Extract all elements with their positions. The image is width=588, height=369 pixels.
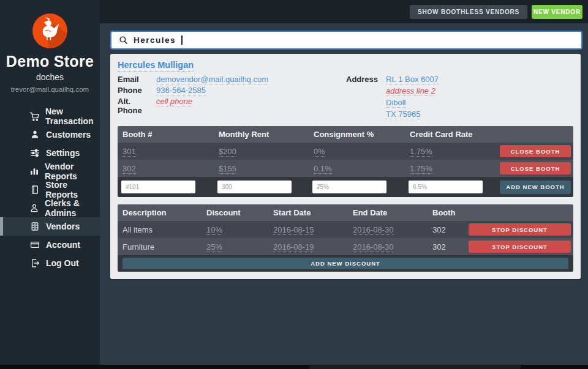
- search-icon: [119, 35, 128, 45]
- booth-table-header: Booth # Monthly Rent Consignment % Credi…: [118, 126, 573, 143]
- sidebar-item-new-transaction[interactable]: New Transaction: [0, 107, 100, 125]
- discount-start-date[interactable]: 2016-08-15: [273, 225, 314, 235]
- new-booth-rent-input[interactable]: [217, 181, 292, 193]
- sidebar-nav: New Transaction Customers Settings: [0, 107, 100, 272]
- sidebar-item-store-reports[interactable]: Store Reports: [0, 181, 100, 199]
- booth-row: 301 $200 0% 1.75% CLOSE BOOTH: [118, 143, 573, 160]
- credit-card-icon: [29, 239, 40, 250]
- user-email: trevor@mail.quailhq.com: [0, 86, 100, 93]
- vendor-address-fields: Address Rt. 1 Box 6007 address line 2 Di…: [346, 75, 439, 119]
- app-window: SHOW BOOTHLESS VENDORS NEW VENDOR Hercul…: [0, 0, 588, 369]
- sidebar-item-clerks-admins[interactable]: Clerks & Admins: [0, 199, 100, 217]
- new-booth-number-input[interactable]: [121, 181, 195, 193]
- email-label: Email: [118, 75, 156, 84]
- monthly-rent-value[interactable]: $155: [219, 164, 236, 174]
- bar-chart-icon: [29, 166, 39, 177]
- stop-discount-button[interactable]: STOP DISCOUNT: [469, 223, 571, 236]
- cabinet-icon: [29, 221, 40, 232]
- sidebar-item-label: New Transaction: [45, 106, 100, 126]
- sidebar-item-label: Settings: [46, 148, 80, 158]
- discount-table: Description Discount Start Date End Date…: [118, 204, 573, 272]
- booth-number-value[interactable]: 301: [123, 147, 136, 157]
- show-boothless-vendors-button[interactable]: SHOW BOOTHLESS VENDORS: [410, 5, 527, 19]
- vendor-search-box[interactable]: Hercules: [110, 31, 582, 50]
- sidebar-item-label: Vendor Reports: [45, 162, 100, 181]
- close-booth-button[interactable]: CLOSE BOOTH: [500, 145, 571, 157]
- bottom-edge-strip: [0, 365, 588, 369]
- alt-phone-label: Alt. Phone: [118, 97, 156, 115]
- vendor-card: Hercules Mulligan Email demovendor@mail.…: [110, 54, 581, 279]
- address-line2[interactable]: address line 2: [386, 86, 435, 96]
- col-end-date: End Date: [348, 208, 428, 217]
- col-description: Description: [118, 208, 202, 217]
- discount-percent-value[interactable]: 10%: [206, 225, 222, 235]
- cc-rate-value[interactable]: 1.75%: [410, 147, 432, 157]
- store-slug: doches: [0, 72, 100, 82]
- sidebar-item-label: Account: [46, 240, 80, 250]
- add-booth-row: ADD NEW BOOTH: [118, 177, 573, 197]
- cc-rate-value[interactable]: 1.75%: [410, 164, 432, 174]
- customer-icon: [29, 129, 40, 140]
- address-state-zip[interactable]: TX 75965: [386, 110, 420, 119]
- booth-table: Booth # Monthly Rent Consignment % Credi…: [118, 126, 573, 197]
- discount-percent-value[interactable]: 25%: [206, 242, 222, 252]
- consignment-value[interactable]: 0.1%: [314, 164, 332, 174]
- address-label: Address: [346, 75, 386, 119]
- discount-booth: 302: [428, 242, 469, 252]
- discount-row: Furniture 25% 2016-08-19 2016-08-30 302 …: [118, 238, 573, 255]
- sidebar-item-customers[interactable]: Customers: [0, 125, 100, 144]
- email-value[interactable]: demovendor@mail.quailhq.com: [156, 75, 268, 84]
- sidebar-item-vendors[interactable]: Vendors: [0, 217, 100, 236]
- sliders-icon: [29, 147, 40, 158]
- add-discount-row: ADD NEW DISCOUNT: [118, 255, 573, 272]
- discount-description: Furniture: [118, 242, 202, 252]
- phone-label: Phone: [118, 86, 156, 95]
- discount-start-date[interactable]: 2016-08-19: [273, 242, 314, 252]
- cart-icon: [29, 111, 40, 122]
- logout-icon: [29, 258, 40, 269]
- booth-number-value[interactable]: 302: [123, 164, 136, 174]
- sidebar: Demo Store doches trevor@mail.quailhq.co…: [0, 0, 100, 365]
- alt-phone-value[interactable]: cell phone: [156, 97, 192, 106]
- stop-discount-button[interactable]: STOP DISCOUNT: [469, 240, 571, 253]
- sidebar-item-account[interactable]: Account: [0, 236, 100, 254]
- add-new-booth-button[interactable]: ADD NEW BOOTH: [500, 181, 571, 194]
- col-consignment: Consignment %: [309, 130, 405, 139]
- text-cursor: [181, 35, 183, 45]
- col-booth-number: Booth #: [118, 130, 214, 139]
- col-discount: Discount: [202, 208, 268, 217]
- sidebar-item-label: Store Reports: [45, 180, 100, 199]
- phone-value[interactable]: 936-564-2585: [156, 86, 206, 95]
- booth-row: 302 $155 0.1% 1.75% CLOSE BOOTH: [118, 160, 573, 177]
- sidebar-item-label: Vendors: [46, 222, 80, 231]
- add-new-discount-button[interactable]: ADD NEW DISCOUNT: [123, 258, 568, 269]
- sidebar-item-log-out[interactable]: Log Out: [0, 254, 100, 272]
- sidebar-item-label: Log Out: [46, 258, 79, 268]
- discount-row: All items 10% 2016-08-15 2016-08-30 302 …: [118, 221, 573, 238]
- consignment-value[interactable]: 0%: [314, 147, 325, 157]
- new-booth-cc-rate-input[interactable]: [409, 181, 483, 193]
- discount-end-date[interactable]: 2016-08-30: [353, 242, 394, 252]
- main-content: Hercules Hercules Mulligan Email demoven…: [100, 23, 588, 365]
- col-monthly-rent: Monthly Rent: [214, 130, 309, 139]
- address-city[interactable]: Diboll: [386, 98, 406, 108]
- discount-booth: 302: [428, 225, 469, 234]
- discount-table-header: Description Discount Start Date End Date…: [118, 204, 573, 221]
- col-start-date: Start Date: [268, 208, 348, 217]
- close-booth-button[interactable]: CLOSE BOOTH: [500, 162, 571, 174]
- sidebar-item-vendor-reports[interactable]: Vendor Reports: [0, 162, 100, 181]
- quail-logo-icon: [32, 13, 67, 48]
- discount-end-date[interactable]: 2016-08-30: [353, 225, 394, 235]
- new-booth-consignment-input[interactable]: [312, 181, 386, 193]
- sidebar-item-label: Customers: [46, 130, 91, 140]
- vendor-name[interactable]: Hercules Mulligan: [118, 60, 194, 72]
- person-icon: [29, 203, 39, 214]
- address-line1[interactable]: Rt. 1 Box 6007: [386, 75, 439, 84]
- new-vendor-button[interactable]: NEW VENDOR: [532, 5, 582, 19]
- vendor-contact-fields: Email demovendor@mail.quailhq.com Phone …: [118, 75, 268, 115]
- store-name: Demo Store: [0, 53, 100, 70]
- monthly-rent-value[interactable]: $200: [219, 147, 236, 157]
- search-input[interactable]: Hercules: [134, 35, 176, 45]
- sidebar-item-label: Clerks & Admins: [45, 198, 100, 218]
- sidebar-item-settings[interactable]: Settings: [0, 144, 100, 162]
